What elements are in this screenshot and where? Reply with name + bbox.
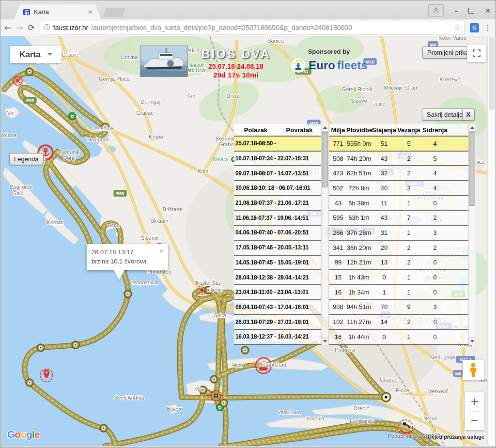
table-row-numbers[interactable]: 151h 43m010 <box>329 270 468 285</box>
zoom-out-button[interactable]: − <box>465 411 484 430</box>
event-marker-buoy[interactable] <box>14 77 22 85</box>
table-row-numbers[interactable]: 161h 34m110 <box>329 285 468 300</box>
table-row-numbers[interactable]: 34136h 20m2022 <box>329 241 468 256</box>
url-bar[interactable]: ⓘ faust.izor.hr/automjerenja/bios_dva_ka… <box>40 21 465 34</box>
map-label: Hvar <box>232 362 244 368</box>
scroll-up-icon[interactable] <box>469 124 476 132</box>
table-row-numbers[interactable]: 9912h 21m1320 <box>329 256 468 271</box>
map-label: Knin <box>198 168 208 174</box>
table-row-dates[interactable]: 21.06.18-07:37 - 21.06.-17:21 <box>234 196 321 211</box>
track-waypoint-marker[interactable] <box>26 68 33 76</box>
track-waypoint-marker[interactable] <box>382 393 390 402</box>
map-label: Jajce <box>373 101 386 107</box>
scroll-down-icon[interactable] <box>322 337 328 345</box>
track-waypoint-marker[interactable] <box>26 379 33 386</box>
map-label: Gospić <box>62 52 78 58</box>
fullscreen-control[interactable] <box>467 45 486 62</box>
table-row-numbers[interactable]: 435h 38m1110 <box>329 196 468 211</box>
scrollbar-thumb[interactable] <box>322 132 328 187</box>
svg-text:E65: E65 <box>116 191 124 196</box>
map-label: Krupa <box>149 134 163 139</box>
map-type-control[interactable]: Karta <box>10 46 62 63</box>
track-info-window: ✕ 28.07.18 13:17 brzina 10.1 čvorova <box>87 244 168 270</box>
browser-menu-icon[interactable]: ⋮ <box>484 23 492 32</box>
vessel-photo <box>140 46 188 77</box>
hide-details-button[interactable]: Sakrij detalje <box>422 108 467 121</box>
track-waypoint-marker[interactable] <box>37 344 45 352</box>
column-header-polazak[interactable]: Polazak <box>234 126 278 134</box>
forward-icon[interactable]: → <box>16 23 23 32</box>
numbers-panel-rows: 771555h 0m515450874h 20m432542362h 51m32… <box>329 137 468 345</box>
table-row-numbers[interactable]: 10211h 27m1420 <box>329 315 468 330</box>
table-row-dates[interactable]: 25.07.18-08:50 - <box>234 137 321 152</box>
table-row-dates[interactable]: 16.03.18-12:37 - 16.03.-14:21 <box>234 330 321 345</box>
browser-scrollbar-thumb[interactable] <box>489 37 495 110</box>
zoom-control: + − <box>465 392 484 430</box>
bookmark-star-icon[interactable]: ☆ <box>454 23 461 32</box>
numbers-scrollbar[interactable] <box>468 124 476 345</box>
column-header-stajanja[interactable]: Stajanja <box>372 126 397 134</box>
tab-close-icon[interactable]: ✕ <box>88 9 93 15</box>
table-row-dates[interactable]: 14.05.18-07:45 - 15.05.-19:01 <box>234 256 321 271</box>
table-row-dates[interactable]: 26.03.18-07:29 - 27.03.-19:01 <box>234 315 321 330</box>
map-label: Vis <box>194 386 202 392</box>
table-row-dates[interactable]: 16.07.18-07:34 - 22.07.-16:31 <box>234 152 321 167</box>
track-waypoint-marker[interactable] <box>72 341 79 349</box>
table-row-dates[interactable]: 11.06.18-07:37 - 19.06.-14:51 <box>234 211 321 226</box>
terms-link[interactable]: Uvjeti pružanja usluge <box>428 434 484 440</box>
legend-button[interactable]: Legenda <box>9 153 44 165</box>
new-tab-button[interactable] <box>103 8 125 17</box>
track-waypoint-marker[interactable] <box>100 425 108 432</box>
map-label: Lumbarda <box>350 418 374 424</box>
table-row-numbers[interactable]: 771555h 0m5154 <box>329 137 468 152</box>
column-header-milja[interactable]: Milja <box>330 126 346 134</box>
pegman-control[interactable] <box>463 360 484 380</box>
table-row-numbers[interactable]: 42362h 51m3224 <box>329 166 468 181</box>
profile-icon[interactable] <box>428 4 444 17</box>
table-row-numbers[interactable]: 50272h 8m4034 <box>329 181 468 196</box>
column-header-plovidbe[interactable]: Plovidbe <box>346 126 372 134</box>
zoom-in-button[interactable]: + <box>465 392 484 411</box>
dates-scrollbar[interactable] <box>321 124 329 345</box>
table-row-numbers[interactable]: 161h 44m010 <box>329 330 468 345</box>
close-button[interactable]: ✕ <box>485 7 491 15</box>
info-window-close-icon[interactable]: ✕ <box>159 247 164 256</box>
maximize-button[interactable] <box>468 8 474 14</box>
map-label: Vela Luka <box>278 409 301 415</box>
track-waypoint-marker[interactable] <box>220 400 228 407</box>
map-canvas[interactable]: KarlobagGospićUdbinaGornja PločaVirtrčan… <box>1 36 487 446</box>
scrollbar-thumb[interactable] <box>469 132 475 206</box>
reload-icon[interactable]: ⟳ <box>28 23 35 32</box>
scroll-up-icon[interactable] <box>322 124 328 132</box>
track-waypoint-marker[interactable] <box>124 291 132 298</box>
table-row-dates[interactable]: 23.04.18-11:00 - 23.04.-13:01 <box>234 285 321 300</box>
page-info-icon[interactable]: ⓘ <box>44 23 50 32</box>
table-row-dates[interactable]: 30.06.18-10: 18 - 06.07.-16:01 <box>234 181 321 196</box>
translate-icon[interactable]: G <box>470 23 479 32</box>
close-details-button[interactable]: X <box>462 108 475 121</box>
table-row-numbers[interactable]: 59563h 1m4372 <box>329 211 468 226</box>
browser-scrollbar[interactable] <box>487 36 496 446</box>
column-header-sidrenja[interactable]: Sidrenja <box>421 126 449 134</box>
track-waypoint-marker[interactable] <box>242 347 249 354</box>
track-waypoint-marker[interactable] <box>69 113 76 120</box>
sponsor-block: Sponsored by Eurofleets <box>271 48 387 74</box>
event-marker-rotator[interactable] <box>398 420 413 434</box>
table-row-dates[interactable]: 17.05.18-07:46 - 20.05.-13:11 <box>234 241 321 256</box>
table-row-dates[interactable]: 04.06.18-07:40 - 07.06.-20:51 <box>234 226 321 241</box>
table-row-dates[interactable]: 09.07.18-08:07 - 14.07.-13:51 <box>234 166 321 181</box>
browser-tab[interactable]: Karta ✕ <box>14 4 101 19</box>
back-icon[interactable]: ← <box>4 23 11 32</box>
table-row-numbers[interactable]: 26637h 28m3113 <box>329 226 468 241</box>
table-row-numbers[interactable]: 90894h 51m7093 <box>329 300 468 315</box>
column-header-vezanja[interactable]: Vezanja <box>397 126 421 134</box>
google-logo: Google <box>7 429 39 440</box>
table-row-dates[interactable]: 06.04.18-07:43 - 17.04.-16:01 <box>234 300 321 315</box>
track-waypoint-marker[interactable] <box>211 376 218 383</box>
table-row-dates[interactable]: 28.04.18-12:38 - 28.04.-14:21 <box>234 270 321 285</box>
map-label: Dinara <box>213 156 228 162</box>
column-header-povratak[interactable]: Povratak <box>278 126 321 134</box>
table-row-numbers[interactable]: 50874h 20m4325 <box>329 152 468 167</box>
scroll-down-icon[interactable] <box>469 337 476 345</box>
minimize-button[interactable]: – <box>454 7 458 15</box>
